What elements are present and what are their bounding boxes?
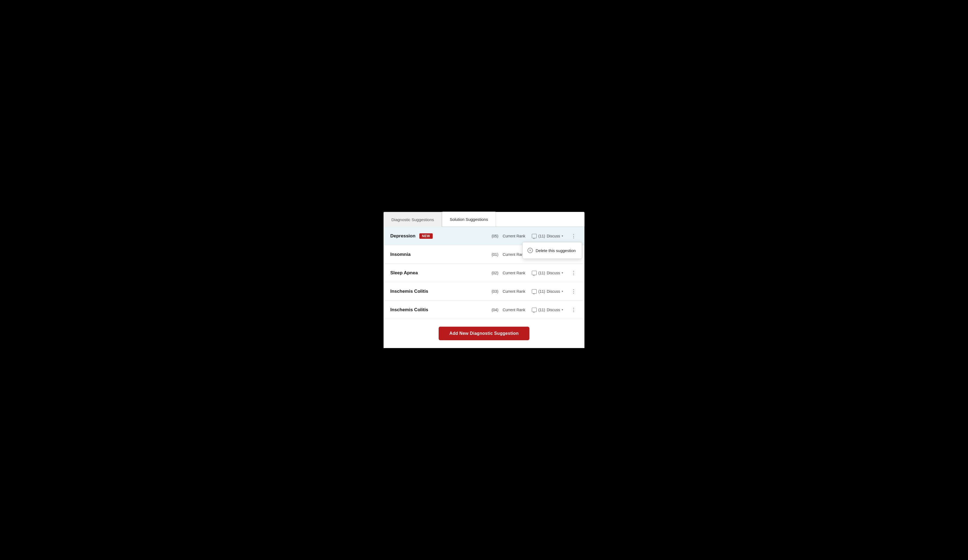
row-meta-sleep-apnea: (02) Current Rank (11) Discuss ▾ ⋮ xyxy=(492,269,578,277)
new-badge: New xyxy=(419,233,433,239)
tab-diagnostic[interactable]: Diagnostic Suggestions xyxy=(383,212,442,227)
row-name-insomnia: Insomnia xyxy=(390,252,492,257)
chat-icon xyxy=(532,271,537,275)
table-row: Inschemis Colitis (04) Current Rank (11)… xyxy=(384,301,584,319)
content-area: Depression New (05) Current Rank (11) Di… xyxy=(383,226,585,348)
table-row: Depression New (05) Current Rank (11) Di… xyxy=(384,227,584,245)
tab-solution[interactable]: Solution Suggestions xyxy=(442,212,496,226)
table-row: Inschemis Colitis (03) Current Rank (11)… xyxy=(384,282,584,301)
row-name-inschemis-2: Inschemis Colitis xyxy=(390,307,492,312)
delete-suggestion-item[interactable]: ✕ Delete this suggestion xyxy=(522,244,582,256)
row-meta-depression: (05) Current Rank (11) Discuss ▾ ⋮ xyxy=(492,232,578,240)
chevron-down-icon: ▾ xyxy=(562,271,563,274)
chat-icon xyxy=(532,289,537,294)
row-name-depression: Depression New xyxy=(390,233,492,239)
add-section: Add New Diagnostic Suggestion xyxy=(384,319,584,348)
more-options-button[interactable]: ⋮ xyxy=(570,287,578,296)
chat-icon xyxy=(532,308,537,312)
discuss-button[interactable]: (11) Discuss ▾ xyxy=(530,307,565,313)
chevron-down-icon: ▾ xyxy=(562,235,563,238)
row-meta-inschemis-1: (03) Current Rank (11) Discuss ▾ ⋮ xyxy=(492,287,578,296)
row-name-sleep-apnea: Sleep Apnea xyxy=(390,270,492,276)
add-diagnostic-button[interactable]: Add New Diagnostic Suggestion xyxy=(439,327,530,340)
more-options-button[interactable]: ⋮ xyxy=(570,269,578,277)
table-row: Sleep Apnea (02) Current Rank (11) Discu… xyxy=(384,264,584,282)
more-options-button[interactable]: ⋮ xyxy=(570,232,578,240)
more-options-button[interactable]: ⋮ xyxy=(570,306,578,314)
discuss-button[interactable]: (11) Discuss ▾ xyxy=(530,288,565,295)
chevron-down-icon: ▾ xyxy=(562,308,563,311)
chevron-down-icon: ▾ xyxy=(562,290,563,293)
discuss-button[interactable]: (11) Discuss ▾ xyxy=(530,270,565,276)
dropdown-menu: ✕ Delete this suggestion xyxy=(522,242,582,259)
row-name-inschemis-1: Inschemis Colitis xyxy=(390,289,492,294)
row-meta-inschemis-2: (04) Current Rank (11) Discuss ▾ ⋮ xyxy=(492,306,578,314)
x-circle-icon: ✕ xyxy=(527,248,533,253)
main-container: Diagnostic Suggestions Solution Suggesti… xyxy=(383,212,585,348)
chat-icon xyxy=(532,234,537,238)
tabs-container: Diagnostic Suggestions Solution Suggesti… xyxy=(383,212,585,226)
discuss-button[interactable]: (11) Discuss ▾ xyxy=(530,233,565,239)
